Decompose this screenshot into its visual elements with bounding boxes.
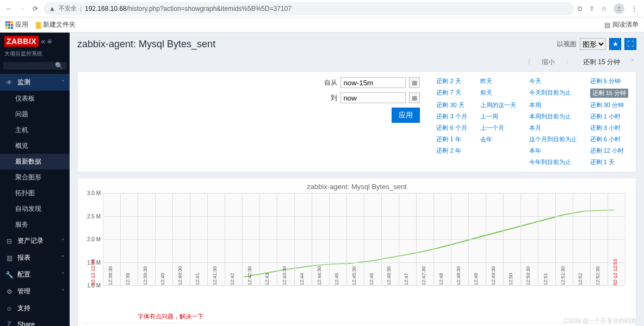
preset-link[interactable]: 今天到目前为止 bbox=[529, 89, 577, 98]
sidebar-item-3[interactable]: 概览 bbox=[0, 138, 70, 154]
chevron-down-icon: ˅ bbox=[61, 272, 64, 278]
preset-link[interactable]: 还剩 2 天 bbox=[436, 77, 467, 85]
svg-point-0 bbox=[618, 7, 620, 9]
preset-link[interactable]: 还剩 3 小时 bbox=[590, 124, 628, 132]
preset-link[interactable]: 还剩 3 个月 bbox=[436, 112, 467, 121]
zoom-out-link[interactable]: 缩小 bbox=[542, 58, 555, 67]
preset-link[interactable]: 上周的这一天 bbox=[480, 101, 516, 109]
sidebar-sec-monitor[interactable]: 👁监测˄ bbox=[0, 74, 70, 91]
apply-button[interactable]: 应用 bbox=[392, 108, 420, 123]
sidebar-share[interactable]: ZShare bbox=[0, 317, 70, 326]
support-icon: ☺ bbox=[5, 305, 13, 312]
preset-link[interactable]: 本周 bbox=[529, 101, 577, 109]
back-icon[interactable]: ← bbox=[4, 4, 14, 14]
preset-link[interactable]: 还剩 5 分钟 bbox=[590, 77, 628, 85]
profile-avatar[interactable] bbox=[614, 3, 624, 14]
sidebar-sec-asset[interactable]: ⊟资产记录˅ bbox=[0, 233, 70, 249]
prev-page-icon[interactable]: 〈 bbox=[524, 58, 531, 67]
preset-link[interactable]: 昨天 bbox=[480, 77, 516, 85]
preset-link[interactable]: 还剩 1 天 bbox=[590, 158, 628, 166]
address-bar[interactable]: ▲ 不安全 | 192.168.10.68/history.php?action… bbox=[44, 2, 574, 15]
preset-link[interactable]: 本年 bbox=[529, 147, 577, 155]
chevron-down-icon: ˅ bbox=[61, 289, 64, 294]
sidebar-item-4[interactable]: 最新数据 bbox=[0, 154, 70, 170]
y-tick: 3.0 M bbox=[87, 190, 101, 196]
to-label: 到 bbox=[323, 93, 337, 103]
from-input[interactable] bbox=[340, 77, 406, 88]
sidebar-item-6[interactable]: 拓扑图 bbox=[0, 185, 70, 201]
preset-link[interactable]: 上一个月 bbox=[480, 124, 516, 132]
chart-container: zabbix-agent: Mysql Bytes_sent 1.0 M1.5 … bbox=[77, 178, 636, 326]
preset-link[interactable]: 本月 bbox=[529, 124, 577, 132]
sidebar-support[interactable]: ☺支持 bbox=[0, 300, 70, 317]
bookmark-apps[interactable]: 应用 bbox=[5, 20, 28, 29]
watermark: CSDN @一个不专业的码农 bbox=[564, 317, 636, 325]
share-z-icon: Z bbox=[5, 321, 13, 326]
preset-link[interactable]: 今年到目前为止 bbox=[529, 158, 577, 166]
preset-link[interactable]: 还剩 12 小时 bbox=[590, 147, 628, 155]
preset-link[interactable]: 去年 bbox=[480, 135, 516, 143]
wrench-icon: 🔧 bbox=[5, 271, 13, 279]
next-page-icon[interactable]: 〉 bbox=[566, 58, 572, 67]
chart-title: zabbix-agent: Mysql Bytes_sent bbox=[83, 183, 630, 193]
preset-link[interactable]: 前天 bbox=[480, 89, 516, 98]
sidebar-item-7[interactable]: 自动发现 bbox=[0, 201, 70, 217]
preset-link[interactable]: 本周到目前为止 bbox=[529, 112, 577, 121]
preset-link[interactable]: 还剩 15 分钟 bbox=[590, 89, 628, 98]
annotation-text: 字体有点问题，解决一下 bbox=[138, 312, 630, 321]
y-tick: 2.5 M bbox=[87, 213, 101, 219]
preset-link[interactable]: 还剩 30 天 bbox=[436, 101, 467, 109]
sidebar-sec-admin[interactable]: ⚙管理˅ bbox=[0, 283, 70, 300]
remaining-label: 还剩 15 分钟 bbox=[583, 58, 620, 67]
sidebar-search[interactable]: 🔍 bbox=[3, 62, 66, 70]
main-content: zabbix-agent: Mysql Bytes_sent 以视图 图形 ★ … bbox=[70, 33, 644, 326]
reading-list[interactable]: ▤阅读清单 bbox=[604, 20, 639, 29]
sidebar-collapse-icon[interactable]: « bbox=[41, 37, 45, 46]
fullscreen-button[interactable]: ⛶ bbox=[624, 38, 636, 50]
zabbix-logo[interactable]: ZABBIX bbox=[4, 36, 39, 47]
search-icon[interactable]: ⊙ bbox=[577, 5, 583, 12]
preset-link[interactable]: 还剩 2 年 bbox=[436, 147, 467, 155]
search-icon: 🔍 bbox=[55, 62, 63, 70]
from-label: 自从 bbox=[323, 78, 337, 87]
chevron-up-icon[interactable]: ˄ bbox=[631, 59, 634, 66]
sidebar-item-2[interactable]: 主机 bbox=[0, 122, 70, 138]
sidebar-sec-config[interactable]: 🔧配置˅ bbox=[0, 266, 70, 283]
share-icon[interactable]: ⇪ bbox=[589, 5, 595, 12]
sidebar-item-0[interactable]: 仪表板 bbox=[0, 91, 70, 106]
star-icon[interactable]: ☆ bbox=[601, 5, 607, 12]
to-calendar-icon[interactable]: ▦ bbox=[409, 92, 420, 103]
time-filter-panel: 自从 ▦ 到 ▦ 应用 还剩 2 天昨天今天还剩 5 分钟还剩 7 天前天今天到… bbox=[77, 71, 636, 172]
preset-link[interactable]: 还剩 7 天 bbox=[436, 89, 467, 98]
y-tick: 2.0 M bbox=[87, 236, 101, 242]
sidebar-menu-icon[interactable]: ≡ bbox=[47, 37, 52, 46]
from-calendar-icon[interactable]: ▦ bbox=[409, 77, 420, 88]
sidebar-item-5[interactable]: 聚合图形 bbox=[0, 170, 70, 185]
sidebar-sec-report[interactable]: ▥报表˅ bbox=[0, 249, 70, 266]
view-as-select[interactable]: 图形 bbox=[580, 38, 606, 50]
bookmark-folder[interactable]: ▇新建文件夹 bbox=[36, 20, 76, 29]
preset-link[interactable]: 还剩 6 个月 bbox=[436, 124, 467, 132]
preset-link[interactable]: 今天 bbox=[529, 77, 577, 85]
chevron-down-icon: ˅ bbox=[61, 255, 64, 261]
preset-link[interactable]: 上一周 bbox=[480, 112, 516, 121]
preset-link[interactable]: 还剩 30 分钟 bbox=[590, 101, 628, 109]
menu-icon[interactable]: ⋮ bbox=[631, 5, 637, 12]
preset-link[interactable]: 这个月到目前为止 bbox=[529, 135, 577, 143]
bookmarks-bar: 应用 ▇新建文件夹 ▤阅读清单 bbox=[0, 17, 644, 33]
preset-link[interactable]: 还剩 1 小时 bbox=[590, 112, 628, 121]
url-text: 192.168.10.68/history.php?action=showgra… bbox=[85, 5, 292, 12]
favorite-button[interactable]: ★ bbox=[609, 38, 621, 50]
chevron-down-icon: ˅ bbox=[61, 238, 64, 244]
preset-link[interactable]: 还剩 1 年 bbox=[436, 135, 467, 143]
to-input[interactable] bbox=[340, 92, 406, 103]
sidebar-item-8[interactable]: 服务 bbox=[0, 217, 70, 233]
lock-warning-icon: ▲ bbox=[49, 5, 55, 12]
preset-link[interactable]: 还剩 6 小时 bbox=[590, 135, 628, 143]
reload-icon[interactable]: ⟳ bbox=[30, 4, 40, 14]
forward-icon[interactable]: → bbox=[17, 4, 27, 14]
view-as-label: 以视图 bbox=[557, 40, 577, 49]
x-tick: 02-12 12:53 bbox=[612, 259, 637, 285]
sidebar-item-1[interactable]: 问题 bbox=[0, 106, 70, 122]
security-text: 不安全 bbox=[59, 4, 77, 12]
